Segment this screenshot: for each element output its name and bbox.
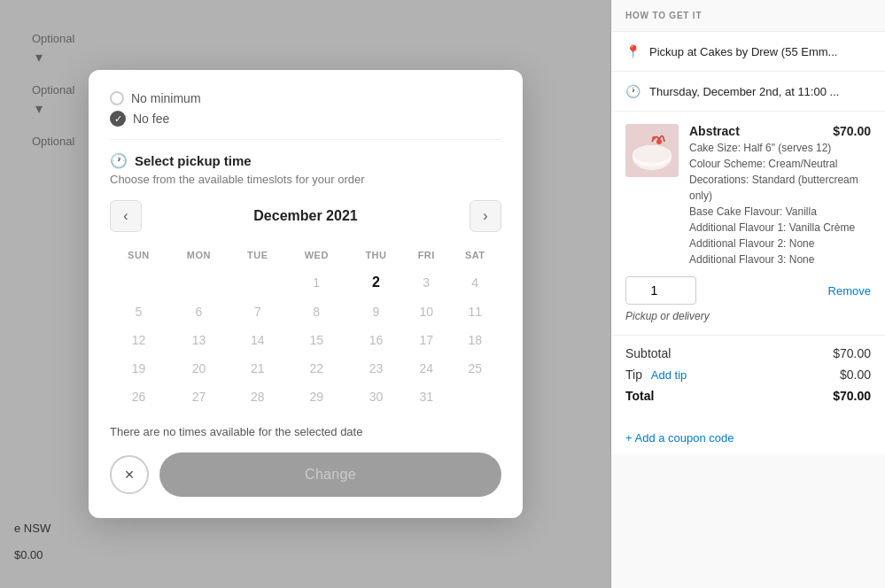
calendar-day[interactable]: 14 xyxy=(230,326,285,354)
pickup-location-row[interactable]: 📍 Pickup at Cakes by Drew (55 Emm... xyxy=(611,32,885,72)
item-detail-line: Additional Flavour 1: Vanilla Crème xyxy=(689,220,871,236)
calendar-day[interactable]: 16 xyxy=(348,326,404,354)
calendar-day[interactable]: 29 xyxy=(285,383,348,411)
add-tip-link[interactable]: Add tip xyxy=(651,368,687,382)
pickup-time-row[interactable]: 🕐 Thursday, December 2nd, at 11:00 ... xyxy=(611,72,885,112)
tip-label: Tip Add tip xyxy=(625,368,687,382)
pickup-time-text: Thursday, December 2nd, at 11:00 ... xyxy=(649,85,839,98)
item-detail-line: Decorations: Standard (buttercream only) xyxy=(689,172,871,204)
totals-section: Subtotal $70.00 Tip Add tip $0.00 Total … xyxy=(611,336,885,421)
calendar-day[interactable]: 26 xyxy=(110,383,167,411)
order-item: Abstract $70.00 Cake Size: Half 6" (serv… xyxy=(611,112,885,336)
no-fee-label: No fee xyxy=(133,112,169,126)
calendar-day-header: SUN xyxy=(110,246,167,267)
calendar-day[interactable]: 22 xyxy=(285,354,348,383)
calendar-day-header: MON xyxy=(167,246,230,267)
subtotal-row: Subtotal $70.00 xyxy=(625,346,871,360)
no-min-dot xyxy=(110,91,124,105)
calendar-day[interactable]: 2 xyxy=(348,267,404,298)
pickup-time-header: 🕐 Select pickup time xyxy=(110,152,501,169)
svg-point-3 xyxy=(633,145,672,163)
calendar-day[interactable]: 8 xyxy=(285,298,348,326)
item-info: Abstract $70.00 Cake Size: Half 6" (serv… xyxy=(689,124,871,267)
calendar: ‹ December 2021 › SUNMONTUEWEDTHUFRISAT … xyxy=(110,200,501,411)
item-details: Cake Size: Half 6" (serves 12)Colour Sch… xyxy=(689,140,871,267)
pickup-time-subtitle: Choose from the available timeslots for … xyxy=(110,173,501,186)
calendar-day[interactable]: 24 xyxy=(404,354,448,383)
calendar-day[interactable]: 31 xyxy=(404,383,448,411)
calendar-day[interactable]: 23 xyxy=(348,354,404,383)
tip-row: Tip Add tip $0.00 xyxy=(625,368,871,382)
calendar-day[interactable]: 12 xyxy=(110,326,167,354)
no-min-label: No minimum xyxy=(131,91,201,105)
calendar-header: ‹ December 2021 › xyxy=(110,200,501,232)
calendar-day[interactable]: 30 xyxy=(348,383,404,411)
check-icon: ✓ xyxy=(110,111,126,127)
calendar-day[interactable]: 1 xyxy=(285,267,348,298)
total-label: Total xyxy=(625,389,654,403)
calendar-day[interactable]: 18 xyxy=(448,326,501,354)
calendar-day-header: WED xyxy=(285,246,348,267)
calendar-day-header: THU xyxy=(348,246,404,267)
item-price: $70.00 xyxy=(833,124,871,138)
calendar-day-header: TUE xyxy=(230,246,285,267)
calendar-day[interactable]: 11 xyxy=(448,298,501,326)
calendar-day[interactable]: 4 xyxy=(448,267,501,298)
calendar-day xyxy=(230,267,285,298)
item-detail-line: Colour Scheme: Cream/Neutral xyxy=(689,156,871,172)
calendar-grid: SUNMONTUEWEDTHUFRISAT 123456789101112131… xyxy=(110,246,501,411)
calendar-day[interactable]: 21 xyxy=(230,354,285,383)
calendar-month-title: December 2021 xyxy=(253,208,357,224)
total-value: $70.00 xyxy=(833,389,871,403)
calendar-day-header: FRI xyxy=(404,246,448,267)
calendar-day[interactable]: 6 xyxy=(167,298,230,326)
location-icon: 📍 xyxy=(625,44,640,58)
change-button[interactable]: Change xyxy=(159,453,501,497)
calendar-day xyxy=(167,267,230,298)
calendar-day[interactable]: 19 xyxy=(110,354,167,383)
calendar-day[interactable]: 10 xyxy=(404,298,448,326)
coupon-row[interactable]: + Add a coupon code xyxy=(611,421,885,454)
modal-dialog: No minimum ✓ No fee 🕐 Select pickup time… xyxy=(89,70,523,518)
pickup-time-title: Select pickup time xyxy=(135,153,252,168)
modal-overlay: No minimum ✓ No fee 🕐 Select pickup time… xyxy=(0,0,611,588)
no-times-message: There are no times available for the sel… xyxy=(110,425,501,438)
calendar-day[interactable]: 28 xyxy=(230,383,285,411)
calendar-day[interactable]: 17 xyxy=(404,326,448,354)
clock-icon: 🕐 xyxy=(625,84,640,98)
item-image xyxy=(625,124,679,177)
tip-value: $0.00 xyxy=(840,368,871,382)
calendar-day xyxy=(448,383,501,411)
calendar-day[interactable]: 7 xyxy=(230,298,285,326)
calendar-day[interactable]: 9 xyxy=(348,298,404,326)
calendar-day[interactable]: 3 xyxy=(404,267,448,298)
calendar-day xyxy=(110,267,167,298)
quantity-input[interactable] xyxy=(625,276,696,305)
calendar-day[interactable]: 5 xyxy=(110,298,167,326)
right-panel: HOW TO GET IT 📍 Pickup at Cakes by Drew … xyxy=(610,0,885,588)
calendar-day[interactable]: 15 xyxy=(285,326,348,354)
how-to-get-it-label: HOW TO GET IT xyxy=(611,0,885,32)
divider xyxy=(110,139,501,140)
subtotal-label: Subtotal xyxy=(625,346,671,360)
calendar-day[interactable]: 27 xyxy=(167,383,230,411)
calendar-day[interactable]: 13 xyxy=(167,326,230,354)
item-name: Abstract xyxy=(689,124,740,138)
no-fee-option[interactable]: ✓ No fee xyxy=(110,111,501,127)
item-detail-line: Cake Size: Half 6" (serves 12) xyxy=(689,140,871,156)
prev-month-button[interactable]: ‹ xyxy=(110,200,142,232)
clock-icon-modal: 🕐 xyxy=(110,152,128,169)
no-min-option: No minimum xyxy=(110,91,501,105)
close-button[interactable]: × xyxy=(110,455,149,494)
calendar-day-header: SAT xyxy=(448,246,501,267)
next-month-button[interactable]: › xyxy=(470,200,501,232)
total-row: Total $70.00 xyxy=(625,389,871,403)
subtotal-value: $70.00 xyxy=(833,346,871,360)
item-detail-line: Additional Flavour 3: None xyxy=(689,251,871,267)
item-detail-line: Base Cake Flavour: Vanilla xyxy=(689,204,871,220)
remove-link[interactable]: Remove xyxy=(828,284,871,298)
coupon-link[interactable]: + Add a coupon code xyxy=(625,431,734,445)
fulfillment-tag: Pickup or delivery xyxy=(625,310,871,322)
calendar-day[interactable]: 20 xyxy=(167,354,230,383)
calendar-day[interactable]: 25 xyxy=(448,354,501,383)
